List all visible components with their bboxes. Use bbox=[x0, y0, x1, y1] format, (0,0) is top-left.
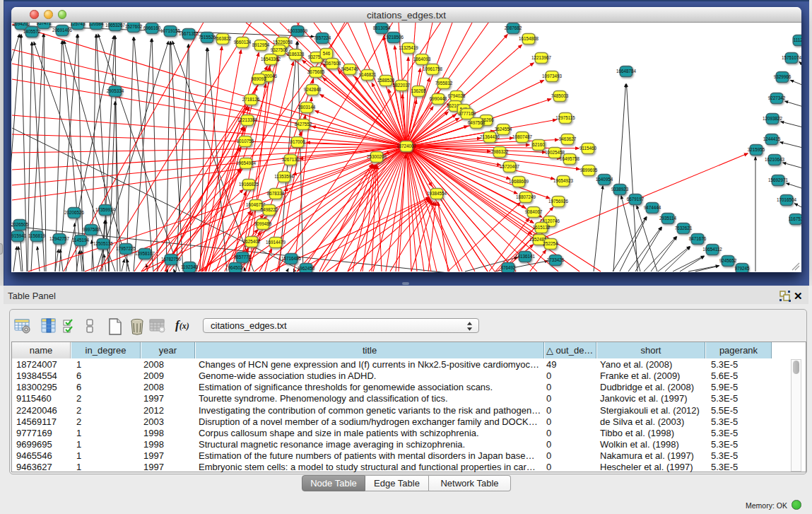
svg-text:7485003: 7485003 bbox=[551, 93, 569, 98]
svg-text:10973493: 10973493 bbox=[542, 74, 563, 78]
svg-text:17957225: 17957225 bbox=[116, 246, 136, 251]
svg-text:19218506: 19218506 bbox=[384, 35, 404, 40]
svg-text:1733426: 1733426 bbox=[547, 257, 565, 262]
svg-text:18724007: 18724007 bbox=[396, 144, 417, 148]
svg-text:1192348: 1192348 bbox=[181, 264, 199, 269]
svg-text:8454749: 8454749 bbox=[341, 66, 359, 71]
svg-text:989093: 989093 bbox=[251, 76, 266, 81]
svg-text:14136141: 14136141 bbox=[515, 254, 536, 259]
svg-text:546: 546 bbox=[323, 51, 331, 56]
svg-text:10807487: 10807487 bbox=[512, 134, 533, 139]
svg-text:9099489: 9099489 bbox=[254, 221, 272, 226]
svg-text:6990448: 6990448 bbox=[430, 96, 447, 101]
svg-text:6966160: 6966160 bbox=[143, 25, 161, 30]
svg-text:979245: 979245 bbox=[734, 266, 750, 271]
svg-text:16914479: 16914479 bbox=[266, 240, 286, 245]
svg-text:7857224: 7857224 bbox=[314, 35, 331, 40]
svg-text:8186328: 8186328 bbox=[287, 52, 305, 57]
svg-text:19654984: 19654984 bbox=[236, 160, 257, 165]
svg-text:9463627: 9463627 bbox=[559, 136, 577, 141]
svg-text:2026505: 2026505 bbox=[11, 222, 29, 227]
svg-text:16543362: 16543362 bbox=[261, 57, 281, 62]
svg-text:16210643: 16210643 bbox=[765, 157, 785, 162]
svg-text:9245652: 9245652 bbox=[719, 258, 737, 263]
svg-text:1588520: 1588520 bbox=[377, 78, 395, 83]
svg-text:1145194: 1145194 bbox=[72, 238, 90, 243]
svg-text:16033809: 16033809 bbox=[288, 28, 308, 33]
svg-text:11325419: 11325419 bbox=[399, 45, 418, 50]
svg-text:62160: 62160 bbox=[532, 142, 545, 147]
svg-text:1156819: 1156819 bbox=[28, 233, 46, 238]
svg-text:8427552: 8427552 bbox=[295, 122, 312, 127]
svg-text:252254: 252254 bbox=[543, 241, 558, 246]
svg-text:9660124: 9660124 bbox=[234, 40, 252, 45]
svg-text:16671355: 16671355 bbox=[179, 31, 199, 36]
svg-text:11123: 11123 bbox=[794, 37, 801, 42]
svg-text:19756926: 19756926 bbox=[548, 199, 569, 204]
svg-text:9474444: 9474444 bbox=[644, 205, 661, 210]
svg-text:876492: 876492 bbox=[500, 265, 516, 270]
svg-text:7625402: 7625402 bbox=[243, 239, 261, 244]
svg-text:19654923: 19654923 bbox=[553, 178, 574, 183]
svg-text:12942757: 12942757 bbox=[49, 236, 70, 241]
svg-text:12213967: 12213967 bbox=[531, 55, 552, 60]
svg-text:3624554: 3624554 bbox=[495, 127, 512, 132]
svg-text:16648784: 16648784 bbox=[616, 69, 637, 74]
svg-text:9329966: 9329966 bbox=[774, 74, 792, 79]
svg-text:9146821: 9146821 bbox=[359, 72, 377, 77]
svg-text:120584: 120584 bbox=[88, 23, 104, 26]
svg-text:9899695: 9899695 bbox=[580, 168, 598, 173]
svg-text:3915941: 3915941 bbox=[11, 233, 27, 238]
svg-text:10961758: 10961758 bbox=[423, 66, 443, 71]
svg-text:7955812: 7955812 bbox=[435, 81, 453, 86]
svg-text:2718126: 2718126 bbox=[242, 97, 260, 102]
svg-text:2905334: 2905334 bbox=[107, 88, 124, 93]
svg-text:7986322: 7986322 bbox=[491, 149, 509, 154]
svg-text:15716485: 15716485 bbox=[281, 256, 302, 261]
svg-text:17359934: 17359934 bbox=[95, 207, 116, 212]
svg-text:21364436: 21364436 bbox=[480, 134, 500, 139]
svg-text:20691406: 20691406 bbox=[52, 28, 73, 33]
svg-text:12975115: 12975115 bbox=[555, 115, 575, 120]
svg-text:9084067: 9084067 bbox=[525, 209, 543, 214]
svg-text:8912954: 8912954 bbox=[252, 42, 270, 47]
svg-text:9857771: 9857771 bbox=[234, 255, 252, 259]
svg-text:9777169: 9777169 bbox=[459, 111, 476, 116]
svg-text:1962450: 1962450 bbox=[298, 266, 315, 271]
svg-text:3675685: 3675685 bbox=[307, 69, 325, 74]
svg-text:8471676: 8471676 bbox=[689, 236, 707, 241]
svg-text:15720407: 15720407 bbox=[500, 164, 520, 169]
svg-text:15226058: 15226058 bbox=[273, 40, 293, 45]
svg-text:16154808: 16154808 bbox=[519, 36, 539, 41]
svg-text:2803144: 2803144 bbox=[298, 105, 316, 110]
svg-text:964502: 964502 bbox=[228, 265, 243, 270]
svg-text:2087682: 2087682 bbox=[505, 25, 522, 30]
svg-text:13958107: 13958107 bbox=[135, 251, 155, 256]
svg-text:1640954: 1640954 bbox=[596, 177, 613, 182]
svg-text:7632621: 7632621 bbox=[675, 226, 693, 230]
svg-text:12505135: 12505135 bbox=[93, 241, 114, 246]
svg-text:17016504: 17016504 bbox=[777, 197, 797, 202]
svg-text:12093822: 12093822 bbox=[763, 116, 783, 121]
svg-text:8678334: 8678334 bbox=[267, 191, 285, 196]
svg-text:10719155: 10719155 bbox=[160, 28, 181, 33]
svg-text:1694203: 1694203 bbox=[13, 23, 30, 26]
svg-text:9338923: 9338923 bbox=[611, 187, 629, 192]
svg-text:6794028: 6794028 bbox=[448, 93, 466, 98]
svg-text:917006: 917006 bbox=[290, 139, 305, 144]
svg-text:9242848: 9242848 bbox=[304, 87, 322, 92]
svg-text:18807249: 18807249 bbox=[516, 194, 536, 199]
svg-text:1615132: 1615132 bbox=[533, 225, 551, 230]
svg-text:15692971: 15692971 bbox=[768, 177, 789, 182]
svg-text:25300203: 25300203 bbox=[367, 154, 387, 159]
svg-text:16782759: 16782759 bbox=[161, 257, 182, 262]
svg-text:9997588: 9997588 bbox=[83, 227, 100, 232]
svg-text:10654112: 10654112 bbox=[702, 247, 722, 252]
svg-text:10025458: 10025458 bbox=[545, 150, 565, 155]
svg-text:2367608: 2367608 bbox=[324, 61, 341, 66]
svg-text:1244415: 1244415 bbox=[763, 136, 781, 141]
svg-text:116753: 116753 bbox=[789, 216, 801, 221]
svg-text:10653267: 10653267 bbox=[105, 23, 126, 28]
svg-text:1010755: 1010755 bbox=[237, 139, 254, 144]
svg-text:125743: 125743 bbox=[70, 23, 86, 26]
